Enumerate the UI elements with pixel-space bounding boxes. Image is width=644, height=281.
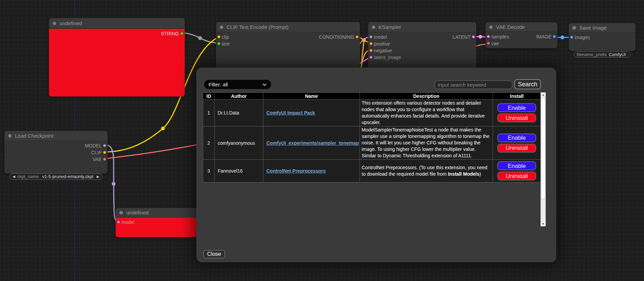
output-label-clip: CLIP bbox=[91, 150, 102, 155]
filename-prefix-widget[interactable]: filename_prefix ComfyUI bbox=[574, 51, 631, 57]
input-label-positive: positive bbox=[374, 41, 390, 47]
node-vae-decode[interactable]: VAE Decode samples IMAGE vae bbox=[485, 22, 557, 48]
node-undefined-string[interactable]: undefined STRING bbox=[49, 18, 185, 96]
node-graph-canvas[interactable]: undefined STRING CLIP Text Encode (Promp… bbox=[0, 0, 644, 281]
input-label-samples: samples bbox=[491, 34, 509, 39]
slot-dot-text-input[interactable] bbox=[217, 42, 220, 45]
column-header-install: Install bbox=[493, 93, 541, 100]
node-clip-text-encode[interactable]: CLIP Text Encode (Prompt) clip CONDITION… bbox=[216, 22, 360, 70]
arrow-left-icon[interactable]: ◀ bbox=[13, 175, 15, 178]
extension-description: ModelSamplerTonemapNoiseTest a node that… bbox=[360, 126, 493, 160]
node-ksampler[interactable]: KSampler model LATENT positive negative … bbox=[368, 22, 476, 70]
slot-dot-latent-image-input[interactable] bbox=[369, 56, 373, 59]
slot-dot-model-output[interactable] bbox=[103, 144, 106, 147]
slot-dot-vae-input[interactable] bbox=[487, 42, 490, 45]
table-scrollbar[interactable]: ▲ ▼ bbox=[541, 92, 546, 226]
search-button[interactable]: Search bbox=[514, 79, 541, 89]
column-header-name: Name bbox=[263, 93, 360, 100]
uninstall-button[interactable]: Uninstall bbox=[497, 144, 536, 153]
extension-table: ID Author Name Description Install 1Dr.L… bbox=[203, 92, 541, 182]
node-header[interactable]: CLIP Text Encode (Prompt) bbox=[216, 22, 360, 32]
node-title: CLIP Text Encode (Prompt) bbox=[227, 24, 288, 30]
node-title-dot-icon bbox=[372, 25, 375, 29]
extension-author: Dr.Lt.Data bbox=[215, 100, 263, 126]
uninstall-button[interactable]: Uninstall bbox=[497, 113, 536, 122]
node-title: undefined bbox=[126, 210, 149, 215]
node-load-checkpoint[interactable]: Load Checkpoint MODEL CLIP VAE ◀ ckpt_na… bbox=[4, 131, 108, 174]
table-row: 1Dr.Lt.DataComfyUI Impact PackThis exten… bbox=[203, 100, 541, 126]
node-title-dot-icon bbox=[489, 25, 493, 29]
enable-button[interactable]: Enable bbox=[497, 161, 536, 170]
node-title-dot-icon bbox=[119, 211, 123, 214]
filter-select[interactable]: Filter: all bbox=[204, 80, 271, 89]
slot-dot-model-input[interactable] bbox=[117, 221, 120, 224]
widget-value: ComfyUI bbox=[609, 52, 629, 57]
widget-label: ckpt_name bbox=[17, 174, 39, 179]
extension-link[interactable]: ControlNet Preprocessors bbox=[266, 168, 326, 174]
extension-install-actions: EnableUninstall bbox=[493, 126, 541, 160]
node-header[interactable]: KSampler bbox=[368, 22, 476, 32]
slot-dot-vae-output[interactable] bbox=[103, 158, 106, 161]
input-label-vae: vae bbox=[491, 41, 499, 46]
enable-button[interactable]: Enable bbox=[497, 103, 536, 112]
node-header[interactable]: VAE Decode bbox=[485, 22, 557, 32]
extension-install-actions: EnableUninstall bbox=[493, 160, 541, 182]
extension-description: ControlNet Preprocessors. (To use this e… bbox=[360, 160, 493, 182]
node-save-image[interactable]: Save Image images filename_prefix ComfyU… bbox=[569, 23, 635, 51]
slot-dot-samples-input[interactable] bbox=[487, 35, 490, 38]
scroll-up-icon[interactable]: ▲ bbox=[541, 92, 546, 97]
slot-dot-clip-input[interactable] bbox=[217, 35, 220, 38]
input-label-negative: negative bbox=[374, 48, 392, 53]
extension-author: comfyanonymous bbox=[215, 126, 263, 160]
close-button[interactable]: Close bbox=[203, 250, 225, 258]
node-header[interactable]: Save Image bbox=[569, 23, 635, 33]
slot-dot-images-input[interactable] bbox=[570, 36, 573, 39]
node-title: Load Checkpoint bbox=[15, 133, 53, 139]
node-title-dot-icon bbox=[8, 134, 12, 138]
reroute-dot[interactable] bbox=[362, 38, 366, 42]
extension-name: ComfyUI Impact Pack bbox=[263, 100, 360, 126]
node-header[interactable]: Load Checkpoint bbox=[4, 131, 108, 141]
slot-dot-clip-output[interactable] bbox=[103, 151, 106, 154]
column-header-description: Description bbox=[360, 93, 493, 100]
extension-link[interactable]: ComfyUI Impact Pack bbox=[266, 110, 315, 116]
node-undefined-model[interactable]: undefined model bbox=[116, 208, 197, 237]
extension-description: This extension offers various detector n… bbox=[360, 100, 493, 126]
widget-label: filename_prefix bbox=[577, 52, 607, 57]
input-label-clip: clip bbox=[222, 34, 229, 40]
reroute-dot[interactable] bbox=[198, 36, 202, 40]
slot-dot-string-output[interactable] bbox=[180, 32, 183, 35]
extension-manager-dialog: Filter: all Search ID Author Name Descri… bbox=[196, 68, 556, 262]
uninstall-button[interactable]: Uninstall bbox=[497, 172, 536, 180]
output-label-string: STRING bbox=[161, 31, 179, 36]
table-row: 2comfyanonymousComfyUI_experiments/sampl… bbox=[203, 126, 541, 160]
node-title: VAE Decode bbox=[496, 24, 525, 30]
extension-author: Fannovel16 bbox=[215, 160, 263, 182]
column-header-id: ID bbox=[203, 93, 215, 100]
node-header[interactable]: undefined bbox=[49, 18, 185, 29]
ckpt-name-widget[interactable]: ◀ ckpt_name v1-5-pruned-emaonly.ckpt ▶ bbox=[10, 173, 102, 180]
table-row: 3Fannovel16ControlNet PreprocessorsContr… bbox=[203, 160, 541, 182]
slot-dot-positive-input[interactable] bbox=[369, 42, 373, 45]
filter-select-value: Filter: all bbox=[209, 82, 228, 87]
extension-link[interactable]: ComfyUI_experiments/sampler_tonemap bbox=[266, 140, 359, 146]
reroute-dot[interactable] bbox=[479, 35, 482, 39]
scroll-down-icon[interactable]: ▼ bbox=[541, 222, 546, 226]
reroute-dot[interactable] bbox=[112, 182, 116, 186]
scrollbar-thumb[interactable] bbox=[541, 97, 545, 199]
slot-dot-negative-input[interactable] bbox=[369, 49, 373, 52]
node-header[interactable]: undefined bbox=[116, 208, 197, 217]
slot-dot-latent-output[interactable] bbox=[472, 35, 475, 38]
slot-dot-conditioning-output[interactable] bbox=[356, 35, 359, 38]
slot-dot-model-input[interactable] bbox=[369, 35, 373, 38]
reroute-dot[interactable] bbox=[561, 36, 564, 39]
search-input[interactable] bbox=[435, 81, 512, 89]
extension-install-actions: EnableUninstall bbox=[493, 100, 541, 126]
arrow-right-icon[interactable]: ▶ bbox=[97, 175, 99, 178]
enable-button[interactable]: Enable bbox=[497, 134, 536, 142]
reroute-dot[interactable] bbox=[161, 127, 165, 130]
table-header-row: ID Author Name Description Install bbox=[203, 93, 541, 100]
extension-id: 3 bbox=[203, 160, 215, 182]
slot-dot-image-output[interactable] bbox=[553, 35, 556, 38]
input-label-model: model bbox=[121, 219, 134, 225]
